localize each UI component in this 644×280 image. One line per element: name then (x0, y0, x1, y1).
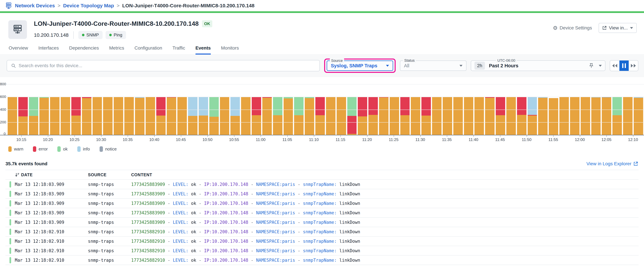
chart-bar[interactable] (315, 97, 325, 135)
chart-bar[interactable] (485, 97, 494, 135)
chart-bar[interactable] (71, 97, 81, 135)
table-row[interactable]: Mar 13 12:18:03.909snmp-traps17734258839… (6, 208, 638, 218)
chart-bar[interactable] (326, 97, 336, 135)
chart-bar[interactable] (517, 97, 526, 135)
pin-icon[interactable] (589, 63, 594, 68)
chart-bar[interactable] (61, 97, 70, 135)
chart-bar[interactable] (146, 97, 155, 135)
chart-bar[interactable] (177, 97, 187, 135)
chart-bar[interactable] (114, 97, 123, 135)
view-in-logs-explorer-link[interactable]: View in Logs Explorer (586, 161, 638, 166)
chart-bar[interactable] (400, 97, 410, 135)
view-in-dropdown-button[interactable]: View in... (598, 23, 637, 33)
search-input[interactable]: Search events for this device... (7, 60, 320, 71)
chart-bar[interactable] (453, 97, 463, 135)
chart-bar[interactable] (506, 97, 516, 135)
breadcrumb-item-network-devices[interactable]: Network Devices (15, 3, 55, 8)
chart-bar[interactable] (188, 97, 198, 135)
source-select[interactable]: Source Syslog, SNMP Traps (327, 60, 393, 71)
chevron-down-icon[interactable] (599, 65, 602, 67)
chart-bar[interactable] (8, 97, 17, 135)
table-row[interactable]: Mar 13 12:18:03.909snmp-traps17734258839… (6, 189, 638, 199)
chart-bar[interactable] (167, 97, 176, 135)
chart-bar[interactable] (347, 97, 357, 135)
chart-bar[interactable] (464, 97, 474, 135)
chart-bar[interactable] (432, 97, 442, 135)
legend-item-info[interactable]: info (77, 146, 90, 152)
chart-bar[interactable] (602, 97, 611, 135)
chart-bar[interactable] (294, 97, 304, 135)
chart-bar[interactable] (570, 97, 580, 135)
chart-bar[interactable] (390, 97, 399, 135)
column-header-date[interactable]: DATE (15, 172, 88, 177)
chart-bar[interactable] (581, 97, 590, 135)
tab-traffic[interactable]: Traffic (172, 46, 185, 54)
chart-bar[interactable] (199, 97, 208, 135)
tab-overview[interactable]: Overview (9, 46, 28, 54)
chart-bar[interactable] (156, 97, 166, 135)
chart-bar[interactable] (443, 97, 452, 135)
chart-bar[interactable] (591, 97, 601, 135)
tab-interfaces[interactable]: Interfaces (38, 46, 59, 54)
chart-bar[interactable] (209, 97, 219, 135)
legend-item-ok[interactable]: ok (57, 146, 68, 152)
chart-bar[interactable] (422, 97, 431, 135)
tab-dependencies[interactable]: Dependencies (69, 46, 99, 54)
table-row[interactable]: Mar 13 12:18:03.909snmp-traps17734258839… (6, 199, 638, 208)
tab-events[interactable]: Events (196, 46, 211, 54)
chart-bar[interactable] (252, 97, 261, 135)
chart-bar[interactable] (612, 97, 622, 135)
chart-bar[interactable] (18, 97, 28, 135)
legend-item-notice[interactable]: notice (100, 146, 117, 152)
legend-item-warn[interactable]: warn (8, 146, 23, 152)
chart-bar[interactable] (368, 97, 378, 135)
device-settings-button[interactable]: ⚙ Device Settings (553, 25, 592, 30)
chart-bar[interactable] (474, 97, 484, 135)
chart-bar[interactable] (241, 97, 250, 135)
chart-bar[interactable] (82, 97, 92, 135)
column-header-source[interactable]: SOURCE (88, 172, 131, 177)
tab-configuration[interactable]: Configuration (134, 46, 162, 54)
chart-bar[interactable] (634, 97, 643, 135)
fast-forward-button[interactable] (629, 60, 638, 71)
chart-bar[interactable] (549, 98, 558, 135)
chart-bar[interactable] (528, 97, 537, 135)
chart-bar[interactable] (124, 97, 134, 135)
table-row[interactable]: Mar 13 12:18:02.910snmp-traps17734258829… (6, 246, 638, 256)
table-row[interactable]: Mar 13 12:18:02.910snmp-traps17734258829… (6, 227, 638, 236)
table-row[interactable]: Mar 13 12:18:02.910snmp-traps17734258829… (6, 236, 638, 246)
chart-bar[interactable] (230, 97, 240, 135)
chart-bar[interactable] (379, 97, 388, 135)
tab-metrics[interactable]: Metrics (109, 46, 124, 54)
column-header-content[interactable]: CONTENT (131, 172, 638, 177)
chart-bar[interactable] (623, 97, 632, 135)
chart-bar[interactable] (337, 97, 346, 135)
chart-bar[interactable] (103, 97, 112, 135)
chart-bar[interactable] (262, 97, 272, 135)
chart-bar[interactable] (358, 97, 367, 135)
table-row[interactable]: Mar 13 12:18:02.910snmp-traps17734258829… (6, 256, 638, 265)
legend-item-error[interactable]: error (33, 146, 48, 152)
chart-bar[interactable] (135, 97, 144, 135)
chart-bar[interactable] (496, 97, 505, 135)
chart-bar[interactable] (29, 97, 38, 135)
chart-bar[interactable] (40, 97, 49, 135)
chart-bar[interactable] (538, 97, 548, 135)
chart-bar[interactable] (560, 97, 569, 135)
rewind-button[interactable] (610, 60, 620, 71)
chart-bar[interactable] (273, 97, 282, 135)
table-row[interactable]: Mar 13 12:18:03.909snmp-traps17734258839… (6, 180, 638, 189)
table-row[interactable]: Mar 13 12:18:03.909snmp-traps17734258839… (6, 218, 638, 227)
chart-bar[interactable] (92, 97, 102, 135)
pause-button[interactable] (620, 60, 629, 71)
status-select[interactable]: Status All (400, 60, 466, 71)
chart-bar[interactable] (284, 97, 293, 135)
time-shortcut-chip[interactable]: 2h (474, 62, 485, 70)
chart-bar[interactable] (411, 97, 420, 135)
chart-bar[interactable] (220, 97, 230, 135)
breadcrumb-item-device-topology-map[interactable]: Device Topology Map (63, 3, 114, 8)
chart-bar[interactable] (50, 97, 60, 135)
time-range-picker[interactable]: UTC-06:00 2h Past 2 Hours (471, 60, 606, 71)
tab-monitors[interactable]: Monitors (221, 46, 239, 54)
chart-bar[interactable] (305, 97, 314, 135)
